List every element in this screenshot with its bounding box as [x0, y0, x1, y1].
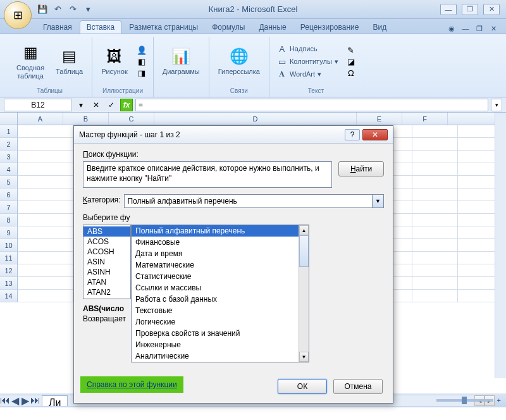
row-header[interactable]: 11	[0, 252, 18, 264]
dialog-close-button[interactable]: ✕	[362, 129, 388, 140]
zoom-in-button[interactable]: +	[497, 397, 501, 404]
sheet-nav-first[interactable]: ⏮	[0, 395, 10, 405]
fx-button[interactable]: fx	[120, 99, 133, 111]
cancel-button[interactable]: Отмена	[333, 379, 383, 394]
category-dropdown-list[interactable]: Полный алфавитный переченьФинансовыеДата…	[131, 225, 309, 362]
enter-formula-button[interactable]: ✓	[105, 99, 118, 111]
column-header[interactable]: A	[18, 113, 63, 125]
wordart-button[interactable]: 𝐀WordArt ▾	[276, 68, 340, 80]
tab-insert[interactable]: Вставка	[80, 20, 122, 34]
category-item[interactable]: Логические	[132, 316, 299, 328]
scroll-down-button[interactable]: ▼	[299, 352, 309, 362]
cell[interactable]	[18, 214, 73, 226]
sheet-nav-prev[interactable]: ◀	[10, 395, 20, 405]
category-item[interactable]: Статистические	[132, 271, 299, 282]
category-item[interactable]: Инженерные	[132, 339, 299, 350]
row-header[interactable]: 6	[0, 188, 18, 201]
qat-customize[interactable]: ▾	[82, 4, 94, 15]
cell[interactable]	[412, 201, 458, 214]
cell[interactable]	[412, 277, 458, 290]
category-dropdown-button[interactable]: ▼	[372, 195, 383, 207]
cell[interactable]	[18, 138, 73, 151]
function-help-link[interactable]: Справка по этой функции	[80, 376, 183, 393]
table-button[interactable]: ▤ Таблица	[53, 45, 85, 77]
cell[interactable]	[412, 226, 458, 239]
column-header[interactable]: B	[63, 113, 109, 125]
close-button[interactable]: ✕	[483, 4, 500, 15]
cell[interactable]	[412, 151, 458, 163]
row-header[interactable]: 7	[0, 201, 18, 214]
symbol-icon[interactable]: Ω	[346, 68, 356, 78]
picture-button[interactable]: 🖼 Рисунок	[99, 45, 130, 77]
row-header[interactable]: 4	[0, 163, 18, 176]
cell[interactable]	[18, 188, 73, 201]
cell[interactable]	[412, 214, 458, 226]
cell[interactable]	[18, 226, 73, 239]
name-box-dropdown[interactable]: ▾	[75, 99, 87, 111]
scroll-thumb[interactable]	[299, 235, 309, 267]
cell[interactable]	[412, 252, 458, 264]
category-item[interactable]: Финансовые	[132, 237, 299, 248]
dialog-help-button[interactable]: ?	[345, 129, 360, 140]
cell[interactable]	[18, 264, 73, 277]
function-list[interactable]: ABSACOSACOSHASINASINHATANATAN2	[83, 225, 131, 299]
row-header[interactable]: 1	[0, 125, 18, 138]
qat-save[interactable]: 💾	[37, 4, 48, 15]
category-item[interactable]: Проверка свойств и значений	[132, 328, 299, 339]
hyperlink-button[interactable]: 🌐 Гиперссылка	[216, 45, 262, 77]
row-header[interactable]: 13	[0, 277, 18, 290]
column-header[interactable]: C	[109, 113, 154, 125]
column-header[interactable]: E	[357, 113, 402, 125]
cell[interactable]	[412, 138, 458, 151]
category-item[interactable]: Полный алфавитный перечень	[132, 225, 299, 237]
category-item[interactable]: Ссылки и массивы	[132, 282, 299, 293]
object-icon[interactable]: ◪	[346, 56, 356, 66]
cell[interactable]	[18, 277, 73, 290]
office-button[interactable]: ⊞	[4, 1, 32, 29]
category-select[interactable]: Полный алфавитный перечень ▼	[124, 194, 384, 208]
qat-undo[interactable]: ↶	[52, 4, 63, 15]
ribbon-minimize[interactable]: —	[460, 23, 471, 34]
cell[interactable]	[18, 252, 73, 264]
category-item[interactable]: Аналитические	[132, 350, 299, 362]
cell[interactable]	[18, 163, 73, 176]
dialog-titlebar[interactable]: Мастер функций - шаг 1 из 2 ? ✕	[74, 126, 393, 144]
ribbon-close[interactable]: ✕	[488, 23, 498, 34]
row-header[interactable]: 2	[0, 138, 18, 151]
ok-button[interactable]: ОК	[278, 379, 327, 394]
cell[interactable]	[18, 201, 73, 214]
dropdown-scrollbar[interactable]: ▲ ▼	[299, 225, 309, 362]
name-box[interactable]	[4, 99, 72, 111]
function-item[interactable]: ACOS	[83, 237, 130, 247]
category-item[interactable]: Математические	[132, 259, 299, 271]
category-item[interactable]: Текстовые	[132, 305, 299, 316]
cell[interactable]	[412, 188, 458, 201]
ribbon-restore[interactable]: ❐	[474, 23, 484, 34]
formula-expand-button[interactable]: ▾	[491, 99, 502, 111]
row-header[interactable]: 12	[0, 264, 18, 277]
cell[interactable]	[412, 290, 458, 302]
row-header[interactable]: 5	[0, 176, 18, 188]
zoom-slider[interactable]	[436, 399, 493, 402]
ribbon-help-icon[interactable]: ◉	[447, 23, 457, 34]
tab-review[interactable]: Рецензирование	[294, 21, 366, 34]
maximize-button[interactable]: ❐	[462, 4, 478, 15]
headerfooter-button[interactable]: ▭Колонтитулы ▾	[276, 56, 340, 67]
cell[interactable]	[412, 264, 458, 277]
scroll-up-button[interactable]: ▲	[299, 225, 309, 235]
minimize-button[interactable]: —	[440, 4, 457, 15]
shapes-icon[interactable]: ◧	[137, 56, 147, 66]
find-button[interactable]: Найти	[338, 161, 384, 176]
tab-pagelayout[interactable]: Разметка страницы	[123, 21, 204, 34]
row-header[interactable]: 14	[0, 290, 18, 302]
cell[interactable]	[412, 239, 458, 252]
function-item[interactable]: ASINH	[83, 267, 130, 277]
function-item[interactable]: ASIN	[83, 257, 130, 267]
category-item[interactable]: Работа с базой данных	[132, 293, 299, 305]
search-input[interactable]: Введите краткое описание действия, котор…	[83, 161, 332, 188]
cell[interactable]	[18, 290, 73, 302]
tab-data[interactable]: Данные	[252, 21, 292, 34]
smartart-icon[interactable]: ◨	[137, 68, 147, 78]
tab-view[interactable]: Вид	[366, 21, 393, 34]
cell[interactable]	[18, 176, 73, 188]
